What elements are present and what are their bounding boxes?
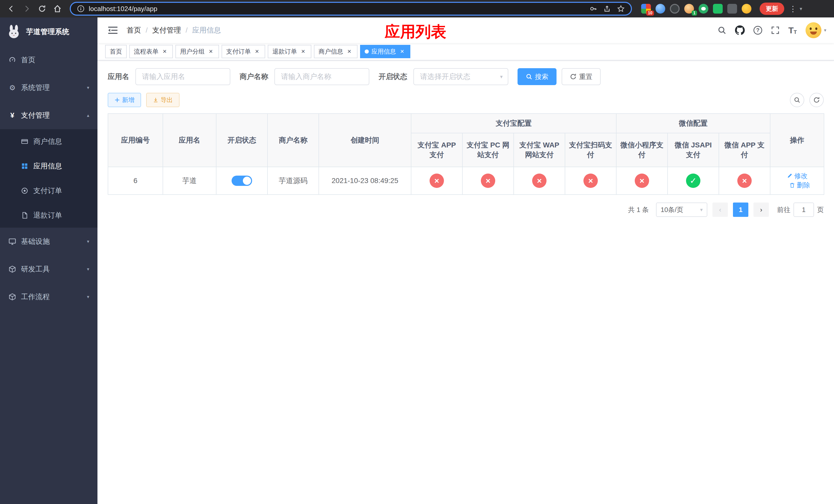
site-info-icon[interactable] (77, 5, 85, 13)
download-icon (153, 97, 158, 103)
extensions-puzzle-icon[interactable] (727, 4, 737, 14)
sidebar-item-label: 支付管理 (21, 111, 50, 120)
breadcrumb-item[interactable]: 首页 (127, 25, 141, 35)
close-icon[interactable]: × (398, 48, 406, 55)
reset-button[interactable]: 重置 (562, 68, 601, 85)
home-icon (53, 5, 62, 13)
extension-blue-icon[interactable] (656, 4, 665, 14)
prev-page-button[interactable]: ‹ (712, 203, 728, 217)
sidebar-item-pay-orders[interactable]: 支付订单 (0, 178, 97, 203)
merchant-name-input[interactable] (275, 68, 369, 85)
tab-label: 流程表单 (134, 47, 158, 55)
export-button[interactable]: 导出 (146, 93, 179, 107)
profile-avatar-icon[interactable] (742, 4, 751, 14)
sidebar-item-merchant-info[interactable]: 商户信息 (0, 129, 97, 154)
home-button[interactable] (50, 2, 65, 16)
avatar (806, 22, 821, 38)
sidebar-item-infrastructure[interactable]: 基础设施 ▾ (0, 228, 97, 255)
tab-home[interactable]: 首页 (105, 45, 127, 58)
page-number-button[interactable]: 1 (733, 203, 748, 217)
user-menu[interactable]: ▾ (806, 22, 826, 38)
password-key-icon[interactable] (589, 5, 597, 13)
share-icon[interactable] (603, 5, 611, 13)
logo-avatar-icon (6, 24, 22, 40)
close-icon[interactable]: × (346, 48, 353, 55)
extension-grid-icon[interactable]: 10 (641, 4, 651, 14)
close-icon[interactable]: × (207, 48, 214, 55)
app-name-label: 应用名 (108, 72, 129, 82)
status-toggle[interactable] (232, 176, 252, 186)
sidebar-item-app-info[interactable]: 应用信息 (0, 154, 97, 178)
browser-update-button[interactable]: 更新 (760, 3, 784, 15)
document-icon (21, 212, 29, 219)
font-size-icon-small: T (794, 29, 797, 35)
sidebar-logo[interactable]: 芋道管理系统 (0, 18, 97, 46)
reload-icon (38, 5, 46, 13)
tab-label: 首页 (110, 47, 122, 55)
sidebar-item-refund-orders[interactable]: 退款订单 (0, 203, 97, 228)
column-header-wx-jsapi: 微信 JSAPI 支付 (667, 133, 719, 167)
back-button[interactable] (4, 2, 19, 16)
reset-button-label: 重置 (579, 72, 592, 81)
add-button[interactable]: 新增 (108, 93, 141, 107)
app-name-input[interactable] (135, 68, 230, 85)
question-icon: ? (753, 26, 762, 35)
tab-merchant-info[interactable]: 商户信息 × (314, 45, 357, 58)
sidebar-item-workflow[interactable]: 工作流程 ▾ (0, 283, 97, 311)
column-header-actions: 操作 (770, 114, 824, 167)
fullscreen-icon (771, 26, 780, 35)
toggle-search-button[interactable] (790, 93, 804, 107)
reload-button[interactable] (35, 2, 49, 16)
goto-page-input[interactable] (793, 203, 814, 217)
browser-menu-icon[interactable]: ⋮ (788, 4, 797, 13)
close-icon[interactable]: × (300, 48, 307, 55)
refresh-table-button[interactable] (809, 93, 824, 107)
next-page-button[interactable]: › (753, 203, 769, 217)
edit-button[interactable]: 修改 (787, 171, 808, 181)
status-select[interactable]: 请选择开启状态 ▾ (413, 68, 508, 85)
tab-label: 支付订单 (226, 47, 251, 55)
status-cross-icon: × (584, 174, 598, 188)
cell-merchant: 芋道源码 (267, 167, 319, 194)
extension-avatar-icon[interactable]: 1 (684, 4, 694, 14)
sidebar-toggle-button[interactable] (105, 23, 120, 38)
github-link-button[interactable] (735, 25, 745, 35)
help-button[interactable]: ? (753, 26, 762, 35)
sidebar-item-system[interactable]: ⚙ 系统管理 ▾ (0, 74, 97, 101)
tab-process-form[interactable]: 流程表单 × (129, 45, 173, 58)
sidebar-item-dev-tools[interactable]: 研发工具 ▾ (0, 255, 97, 283)
toolbox-icon (8, 265, 16, 273)
sidebar-item-home[interactable]: 首页 (0, 46, 97, 74)
bookmark-star-icon[interactable] (617, 5, 625, 13)
tab-label: 应用信息 (371, 47, 396, 55)
edit-button-label: 修改 (794, 171, 808, 181)
tab-pay-orders[interactable]: 支付订单 × (222, 45, 265, 58)
sidebar-item-label: 退款订单 (33, 210, 62, 220)
chevron-down-icon[interactable]: ▾ (799, 6, 802, 12)
fullscreen-button[interactable] (771, 26, 780, 35)
page-size-select[interactable]: 10条/页 ▾ (656, 203, 707, 217)
cell-wx-app: × (719, 167, 770, 194)
goto-label: 前往 (777, 205, 790, 214)
header-search-button[interactable] (718, 26, 726, 35)
tab-app-info[interactable]: 应用信息 × (360, 45, 410, 58)
search-button[interactable]: 搜索 (518, 68, 556, 85)
delete-button[interactable]: 删除 (789, 181, 810, 190)
close-icon[interactable]: × (161, 48, 168, 55)
forward-button[interactable] (20, 2, 34, 16)
chevron-down-icon: ▾ (87, 85, 89, 91)
extension-dark-icon[interactable] (670, 4, 680, 14)
tab-user-group[interactable]: 用户分组 × (175, 45, 219, 58)
address-bar[interactable]: localhost:1024/pay/app (70, 2, 632, 16)
extension-note-icon[interactable] (713, 4, 723, 14)
chevron-down-icon: ▾ (500, 74, 503, 80)
breadcrumb-item[interactable]: 支付管理 (152, 25, 181, 35)
extensions-cluster: 10 1 (641, 4, 751, 14)
font-size-button[interactable]: TT (788, 26, 797, 35)
close-icon[interactable]: × (254, 48, 261, 55)
column-header-alipay-app: 支付宝 APP 支付 (411, 133, 462, 167)
column-header-create-time: 创建时间 (319, 114, 411, 167)
tab-refund-orders[interactable]: 退款订单 × (268, 45, 311, 58)
sidebar-item-payment[interactable]: ¥ 支付管理 ▴ (0, 101, 97, 129)
extension-wechat-icon[interactable] (699, 4, 708, 14)
